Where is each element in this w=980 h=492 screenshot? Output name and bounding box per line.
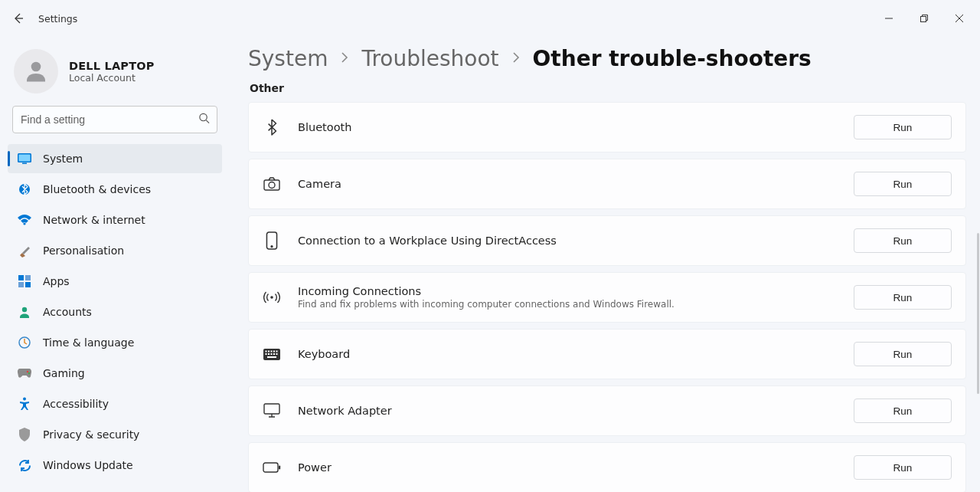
sidebar-item-accounts[interactable]: Accounts [8, 297, 222, 326]
accessibility-icon [17, 396, 32, 412]
troubleshooter-netadapter: Network Adapter Run [248, 385, 966, 436]
broadcast-icon [263, 288, 281, 307]
run-button[interactable]: Run [854, 455, 952, 480]
svg-point-16 [23, 398, 26, 401]
sidebar-item-label: Time & language [43, 336, 134, 349]
user-block[interactable]: DELL LAPTOP Local Account [5, 43, 225, 106]
svg-rect-28 [266, 353, 267, 355]
svg-point-7 [23, 222, 25, 225]
sidebar-item-update[interactable]: Windows Update [8, 451, 222, 480]
svg-rect-10 [18, 282, 24, 287]
shield-icon [17, 427, 32, 442]
sidebar-item-label: Apps [43, 275, 70, 287]
back-button[interactable] [3, 3, 34, 34]
run-button[interactable]: Run [854, 399, 952, 423]
sidebar-item-label: Bluetooth & devices [43, 183, 151, 195]
svg-point-21 [270, 296, 273, 299]
run-button[interactable]: Run [854, 228, 952, 253]
sidebar-item-label: Network & internet [43, 214, 145, 226]
maximize-icon [920, 15, 928, 22]
apps-icon [17, 274, 32, 289]
sidebar-item-accessibility[interactable]: Accessibility [8, 389, 222, 418]
svg-rect-33 [267, 356, 276, 358]
minimize-button[interactable] [871, 6, 906, 31]
troubleshooter-incoming: Incoming Connections Find and fix proble… [248, 272, 966, 323]
svg-rect-9 [25, 275, 31, 280]
phone-icon [263, 231, 281, 250]
sidebar-item-label: System [43, 153, 83, 165]
sidebar-item-privacy[interactable]: Privacy & security [8, 420, 222, 449]
bluetooth-icon [263, 118, 281, 136]
svg-rect-5 [22, 163, 27, 165]
run-button[interactable]: Run [854, 285, 952, 310]
svg-rect-31 [273, 353, 275, 355]
troubleshooter-list: Bluetooth Run Camera Run Connection to a [248, 102, 966, 492]
troubleshooter-camera: Camera Run [248, 159, 966, 209]
svg-rect-0 [921, 17, 926, 22]
svg-rect-35 [263, 463, 278, 472]
troubleshooter-title: Bluetooth [298, 121, 837, 133]
svg-point-12 [22, 307, 27, 312]
sidebar-item-time[interactable]: Time & language [8, 328, 222, 357]
troubleshooter-title: Power [298, 461, 837, 474]
bluetooth-icon [17, 182, 32, 197]
sidebar-item-label: Windows Update [43, 459, 133, 471]
battery-icon [263, 458, 281, 477]
troubleshooter-title: Keyboard [298, 348, 837, 360]
chevron-right-icon [338, 51, 351, 67]
svg-rect-4 [19, 155, 31, 162]
sidebar-item-system[interactable]: System [8, 144, 222, 173]
search-input[interactable] [12, 106, 217, 133]
troubleshooter-title: Camera [298, 178, 837, 190]
person-icon [22, 57, 50, 85]
search-wrap [12, 106, 217, 133]
run-button[interactable]: Run [854, 115, 952, 139]
svg-rect-11 [25, 282, 31, 287]
breadcrumb-troubleshoot[interactable]: Troubleshoot [361, 46, 498, 71]
sidebar-item-label: Gaming [43, 367, 85, 379]
minimize-icon [885, 15, 893, 22]
close-icon [956, 15, 963, 22]
troubleshooter-bluetooth: Bluetooth Run [248, 102, 966, 153]
run-button[interactable]: Run [854, 172, 952, 196]
sidebar-item-gaming[interactable]: Gaming [8, 359, 222, 388]
maximize-button[interactable] [906, 6, 942, 31]
section-title: Other [250, 82, 966, 94]
sidebar: DELL LAPTOP Local Account System Bluet [0, 37, 230, 492]
sidebar-item-network[interactable]: Network & internet [8, 205, 222, 235]
svg-rect-25 [271, 350, 273, 352]
scrollbar-thumb[interactable] [977, 233, 979, 394]
display-icon [17, 151, 32, 166]
close-button[interactable] [942, 6, 977, 31]
person-icon [17, 304, 32, 320]
run-button[interactable]: Run [854, 342, 952, 366]
breadcrumb-current: Other trouble-shooters [533, 46, 812, 71]
sidebar-item-personalisation[interactable]: Personalisation [8, 236, 222, 265]
clock-globe-icon [17, 335, 32, 350]
troubleshooter-title: Network Adapter [298, 405, 837, 417]
svg-rect-23 [266, 350, 267, 352]
svg-rect-36 [279, 466, 280, 470]
content: System Troubleshoot Other trouble-shoote… [230, 37, 980, 492]
svg-rect-26 [273, 350, 275, 352]
nav: System Bluetooth & devices Network & int… [5, 144, 225, 480]
arrow-left-icon [12, 12, 24, 25]
troubleshooter-subtitle: Find and fix problems with incoming comp… [298, 299, 837, 310]
sidebar-item-label: Accounts [43, 306, 92, 318]
breadcrumb-system[interactable]: System [248, 46, 328, 71]
troubleshooter-power: Power Run [248, 442, 966, 492]
svg-point-15 [28, 372, 30, 374]
sidebar-item-label: Privacy & security [43, 428, 139, 441]
svg-point-1 [31, 62, 41, 72]
troubleshooter-keyboard: Keyboard Run [248, 329, 966, 379]
sidebar-item-label: Accessibility [43, 398, 109, 410]
troubleshooter-title: Incoming Connections [298, 285, 837, 297]
svg-rect-34 [264, 404, 279, 414]
svg-rect-32 [276, 353, 278, 355]
svg-rect-29 [268, 353, 270, 355]
chevron-right-icon [510, 51, 522, 67]
sidebar-item-apps[interactable]: Apps [8, 267, 222, 296]
svg-rect-8 [18, 275, 24, 280]
sidebar-item-bluetooth[interactable]: Bluetooth & devices [8, 175, 222, 204]
svg-rect-24 [268, 350, 270, 352]
